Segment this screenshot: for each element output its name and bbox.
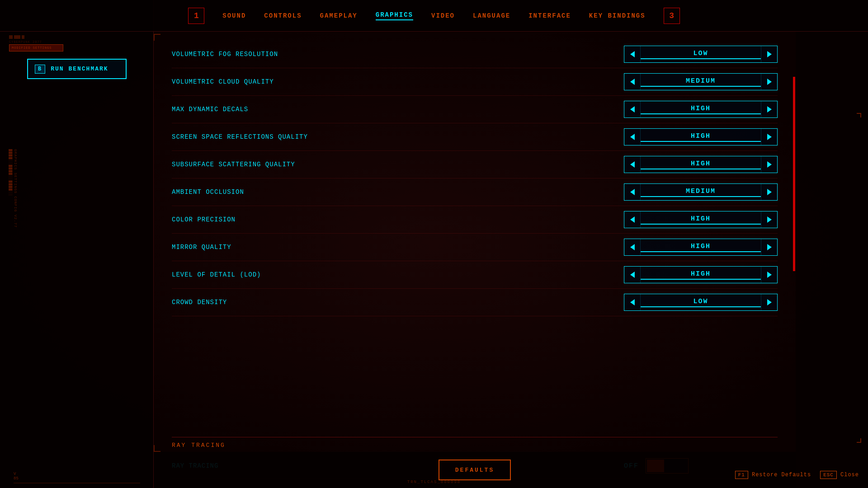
setting-label-1: Volumetric Cloud Quality: [172, 78, 274, 85]
tri-right-icon-0: [767, 51, 772, 57]
setting-value-3: High: [641, 132, 761, 142]
arrow-right-2[interactable]: [761, 101, 777, 117]
arrow-left-4[interactable]: [624, 156, 641, 173]
nav-item-interface[interactable]: INTERFACE: [528, 12, 571, 19]
tri-right-icon-1: [767, 79, 772, 85]
nav-item-keybindings[interactable]: KEY BINDINGS: [589, 12, 646, 19]
arrow-left-6[interactable]: [624, 211, 641, 228]
setting-control-3: High: [624, 128, 778, 145]
setting-control-4: High: [624, 156, 778, 173]
top-navigation: 1 SOUND CONTROLS GAMEPLAY GRAPHICS VIDEO…: [0, 0, 868, 32]
tri-left-icon-4: [630, 161, 635, 168]
tri-right-icon-7: [767, 244, 772, 250]
bottom-right-actions: F1 Restore Defaults ESC Close: [735, 471, 859, 479]
tri-right-icon-4: [767, 161, 772, 168]
arrow-left-0[interactable]: [624, 46, 641, 62]
setting-row-1: Volumetric Cloud QualityMedium: [172, 68, 778, 96]
setting-control-0: Low: [624, 46, 778, 63]
bottom-bar: DEFAULTS: [154, 452, 796, 488]
setting-label-6: Color Precision: [172, 216, 236, 223]
run-benchmark-label: RUN BENCHMARK: [51, 66, 108, 72]
nav-item-graphics[interactable]: GRAPHICS: [376, 11, 413, 20]
arrow-left-2[interactable]: [624, 101, 641, 117]
version-bar: [14, 483, 140, 483]
tri-left-icon-3: [630, 134, 635, 140]
defaults-button[interactable]: DEFAULTS: [439, 460, 511, 480]
arrow-right-7[interactable]: [761, 239, 777, 255]
setting-value-9: Low: [641, 298, 761, 307]
left-decorative-text: GRAPHICS SETTINGS CONFIG V2.77 ████░░███…: [8, 149, 18, 228]
restore-defaults-action[interactable]: F1 Restore Defaults: [735, 471, 811, 479]
arrow-left-8[interactable]: [624, 267, 641, 283]
nav-item-controls[interactable]: CONTROLS: [264, 12, 302, 19]
setting-row-2: Max Dynamic DecalsHigh: [172, 96, 778, 123]
nav-item-gameplay[interactable]: GAMEPLAY: [320, 12, 358, 19]
tri-left-icon-7: [630, 244, 635, 250]
tri-right-icon-5: [767, 189, 772, 195]
arrow-right-3[interactable]: [761, 129, 777, 145]
settings-modified-notice: MODIFIED SETTINGS: [9, 44, 63, 52]
arrow-right-0[interactable]: [761, 46, 777, 62]
b-key-indicator: B: [35, 65, 45, 74]
nav-item-sound[interactable]: SOUND: [222, 12, 246, 19]
setting-row-0: Volumetric Fog ResolutionLow: [172, 41, 778, 68]
arrow-right-4[interactable]: [761, 156, 777, 173]
version-label: V 85: [14, 472, 19, 481]
arrow-left-1[interactable]: [624, 74, 641, 90]
arrow-right-9[interactable]: [761, 294, 777, 310]
setting-row-3: Screen Space Reflections QualityHigh: [172, 123, 778, 151]
tri-right-icon-3: [767, 134, 772, 140]
setting-label-2: Max Dynamic Decals: [172, 106, 248, 113]
setting-control-8: High: [624, 266, 778, 283]
arrow-right-6[interactable]: [761, 211, 777, 228]
nav-bracket-right: 3: [664, 8, 680, 24]
nav-item-video[interactable]: VIDEO: [431, 12, 455, 19]
corner-br: [857, 438, 861, 443]
tri-right-icon-6: [767, 216, 772, 223]
arrow-left-9[interactable]: [624, 294, 641, 310]
setting-row-5: Ambient OcclusionMedium: [172, 178, 778, 206]
setting-value-7: High: [641, 243, 761, 252]
setting-value-5: Medium: [641, 188, 761, 197]
ray-tracing-section-title: Ray Tracing: [154, 437, 796, 451]
version-info: V 85: [14, 472, 140, 483]
setting-label-4: Subsurface Scattering Quality: [172, 161, 295, 168]
center-bottom-tag: TRN_TLCAS_800098: [407, 480, 461, 484]
setting-value-6: High: [641, 215, 761, 225]
restore-defaults-label: Restore Defaults: [752, 472, 811, 478]
run-benchmark-button[interactable]: B RUN BENCHMARK: [27, 59, 127, 79]
corner-tr: [857, 113, 861, 117]
setting-label-9: Crowd Density: [172, 299, 227, 306]
right-panel: [796, 0, 868, 488]
top-left-logo: CYBERPUNK 2077: [9, 35, 63, 44]
setting-row-4: Subsurface Scattering QualityHigh: [172, 151, 778, 178]
scrollbar-thumb: [793, 77, 795, 271]
setting-value-2: High: [641, 105, 761, 114]
setting-value-8: High: [641, 270, 761, 280]
setting-row-9: Crowd DensityLow: [172, 289, 778, 316]
arrow-left-3[interactable]: [624, 129, 641, 145]
setting-label-0: Volumetric Fog Resolution: [172, 51, 278, 58]
esc-key-badge: ESC: [820, 471, 837, 479]
setting-value-0: Low: [641, 50, 761, 59]
settings-list: Volumetric Fog ResolutionLowVolumetric C…: [154, 32, 796, 432]
f1-key-badge: F1: [735, 471, 748, 479]
arrow-right-5[interactable]: [761, 184, 777, 200]
setting-control-6: High: [624, 211, 778, 228]
nav-item-language[interactable]: LANGUAGE: [473, 12, 510, 19]
setting-value-4: High: [641, 160, 761, 169]
tri-right-icon-2: [767, 106, 772, 113]
arrow-left-5[interactable]: [624, 184, 641, 200]
tri-left-icon-1: [630, 79, 635, 85]
tri-left-icon-6: [630, 216, 635, 223]
scrollbar-track[interactable]: [793, 77, 795, 271]
tri-right-icon-9: [767, 299, 772, 305]
close-action[interactable]: ESC Close: [820, 471, 859, 479]
arrow-right-8[interactable]: [761, 267, 777, 283]
setting-row-8: Level of Detail (LOD)High: [172, 261, 778, 289]
arrow-right-1[interactable]: [761, 74, 777, 90]
tri-left-icon-5: [630, 189, 635, 195]
tri-left-icon-0: [630, 51, 635, 57]
arrow-left-7[interactable]: [624, 239, 641, 255]
setting-row-6: Color PrecisionHigh: [172, 206, 778, 234]
